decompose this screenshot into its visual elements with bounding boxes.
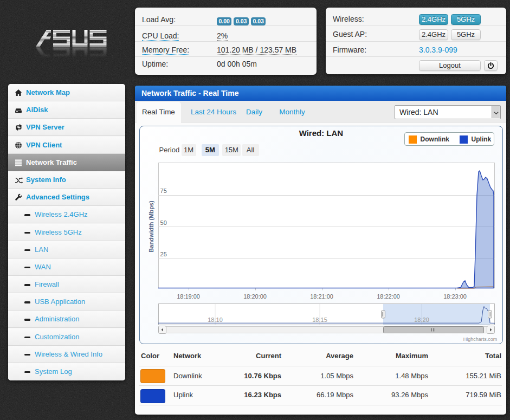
svg-text:18:15: 18:15 xyxy=(312,316,327,323)
svg-text:18:20: 18:20 xyxy=(414,316,429,323)
svg-text:18:10: 18:10 xyxy=(208,316,223,323)
